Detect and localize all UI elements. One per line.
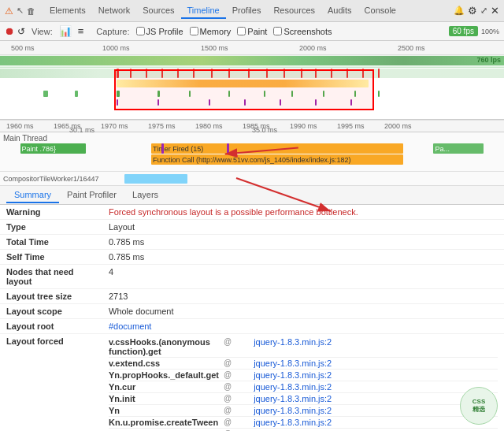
lf-link-6[interactable]: jquery-1.8.3.min.js:2 [247,418,332,427]
capture-label: Capture: [96,27,129,36]
compositor-area: CompositorTileWorker1/16447 [0,172,504,186]
nodes-value: 4 [102,265,504,289]
root-row: Layout root #document [0,319,504,334]
timeline-icon[interactable]: ≡ [78,25,84,37]
lf-name-1: v.extend.css [109,358,224,370]
type-row: Type Layout [0,220,504,235]
total-time-value: 0.785 ms [102,235,504,250]
layout-forced-row: Layout forced v.cssHooks.(anonymous func… [0,334,504,432]
scope-value: Whole document [102,304,504,319]
paint-bar: Paint .786} [20,143,86,154]
bell-icon: 🔔 [454,6,465,16]
paint-checkbox[interactable]: Paint [237,27,267,36]
function-call-bar: Function Call (http://www.51vv.com/js_14… [151,154,403,165]
fps-value: 760 lps [476,56,501,64]
tab-audits[interactable]: Audits [321,3,358,19]
tab-timeline[interactable]: Timeline [181,3,226,19]
warning-value: Forced synchronous layout is a possible … [102,205,504,220]
bar-chart-icon[interactable]: 📊 [59,25,72,37]
lf-link-4[interactable]: jquery-1.8.3.min.js:2 [247,394,332,403]
lf-link-3[interactable]: jquery-1.8.3.min.js:2 [247,382,332,392]
timeline-flamegraph[interactable] [0,68,504,117]
tab-summary[interactable]: Summary [6,188,59,203]
timeline-row-4 [0,99,504,107]
tab-layers[interactable]: Layers [124,188,166,203]
lf-name-5: Yn [109,405,224,417]
lf-row-5: Yn @ jquery-1.8.3.min.js:2 [109,405,498,417]
tree-size-row: Layout tree size 2713 [0,289,504,304]
ruler-2000: 2000 ms [384,122,412,130]
expand-icon[interactable]: ⤢ [480,6,487,16]
lf-link-0[interactable]: jquery-1.8.3.min.js:2 [247,337,332,347]
layout-forced-label: Layout forced [0,334,102,432]
js-profile-checkbox[interactable]: JS Profile [136,27,183,36]
timeline-row-1 [0,68,504,79]
lf-name-2: Yn.propHooks._default.get [109,370,224,381]
lf-row-2: Yn.propHooks._default.get @ jquery-1.8.3… [109,370,498,381]
tab-network[interactable]: Network [92,3,136,19]
self-time-row: Self Time 0.785 ms [0,250,504,265]
total-time-row: Total Time 0.785 ms [0,235,504,250]
bottom-tabs: Summary Paint Profiler Layers [0,186,504,205]
lf-row-6: Kn.u.promise.createTween @ jquery-1.8.3.… [109,417,498,429]
lf-name-0: v.cssHooks.(anonymous function).get [109,336,224,358]
fps-badge: 60 fps [449,26,478,36]
ruler-1980: 1980 ms [195,122,223,130]
bottom-section: Summary Paint Profiler Layers Warning Fo… [0,186,504,431]
fps-bar: 760 lps [0,55,504,68]
details-table: Warning Forced synchronous layout is a p… [0,205,504,431]
tab-sources[interactable]: Sources [136,3,180,19]
warning-label: Warning [0,205,102,220]
devtools-tabs: Elements Network Sources Timeline Profil… [43,3,402,19]
timeline-ruler-top: 500 ms 1000 ms 1500 ms 2000 ms 2500 ms [0,41,504,55]
tab-resources[interactable]: Resources [267,3,321,19]
type-label: Type [0,220,102,235]
warning-row: Warning Forced synchronous layout is a p… [0,205,504,220]
tree-size-label: Layout tree size [0,289,102,304]
lf-row-3: Yn.cur @ jquery-1.8.3.min.js:2 [109,381,498,393]
tree-size-value: 2713 [102,289,504,304]
lf-row-4: Yn.init @ jquery-1.8.3.min.js:2 [109,393,498,405]
tab-elements[interactable]: Elements [43,3,92,19]
timeline-toolbar: ⏺ ↺ View: 📊 ≡ Capture: JS Profile Memory… [0,22,504,41]
tab-console[interactable]: Console [358,3,402,19]
ruler-1995: 1995 ms [337,122,365,130]
self-time-value: 0.785 ms [102,250,504,265]
root-link[interactable]: #document [109,321,151,331]
view-label: View: [32,27,53,36]
lf-name-3: Yn.cur [109,381,224,393]
close-icon[interactable]: ✕ [491,5,499,17]
ruler-1975: 1975 ms [148,122,176,130]
screenshots-checkbox[interactable]: Screenshots [273,27,332,36]
toolbar-window-controls: ⚠ ↖ 🗑 [5,6,35,17]
refresh-icon[interactable]: ↺ [17,26,25,37]
delete-icon[interactable]: 🗑 [27,6,35,16]
fps-bar-fill [0,56,504,65]
nodes-label: Nodes that need layout [0,265,102,289]
cursor-icon[interactable]: ↖ [17,6,24,16]
memory-checkbox[interactable]: Memory [190,27,232,36]
purple-marker [161,143,164,154]
lf-link-1[interactable]: jquery-1.8.3.min.js:2 [247,359,332,368]
lf-link-2[interactable]: jquery-1.8.3.min.js:2 [247,370,332,380]
compositor-bar [124,174,187,184]
lf-name-6: Kn.u.promise.createTween [109,417,224,429]
timeline-row-3 [0,90,504,99]
details-panel: Warning Forced synchronous layout is a p… [0,205,504,431]
lf-link-5[interactable]: jquery-1.8.3.min.js:2 [247,406,332,415]
timeline-overview[interactable]: 500 ms 1000 ms 1500 ms 2000 ms 2500 ms 7… [0,41,504,120]
warning-icon: ⚠ [5,6,13,17]
ruler-1970: 1970 ms [101,122,128,130]
main-thread-area: Main Thread Paint .786} Timer Fired (15)… [0,132,504,172]
tab-paint-profiler[interactable]: Paint Profiler [59,188,124,203]
pa-bar: Pa... [433,143,484,154]
scope-row: Layout scope Whole document [0,304,504,319]
gear-icon[interactable]: ⚙ [468,5,477,17]
root-value[interactable]: #document [102,319,504,334]
lf-row-7: Gn @ jquery-1.8.3.min.js:2 [109,429,498,432]
tab-profiles[interactable]: Profiles [226,3,268,19]
record-icon[interactable]: ⏺ [5,25,15,37]
root-label: Layout root [0,319,102,334]
ruler-2000: 2000 ms [299,44,327,52]
lf-row-0: v.cssHooks.(anonymous function).get @ jq… [109,336,498,358]
